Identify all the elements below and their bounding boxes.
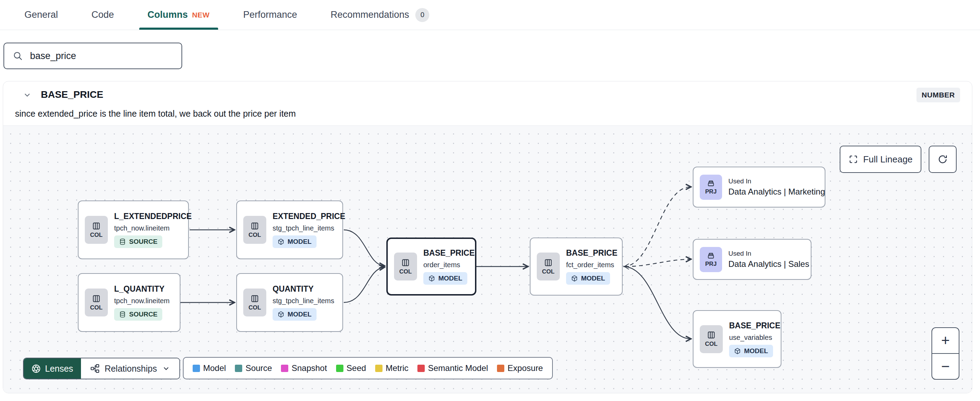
node-subtitle: stg_tpch_line_items [272,297,334,305]
tab-general[interactable]: General [14,0,68,30]
search-input[interactable] [29,50,173,62]
kind-label: COL [248,304,261,311]
cube-icon [277,311,285,318]
kind-label: COL [399,268,412,275]
legend-label: Snapshot [291,363,327,373]
model-badge: MODEL [272,235,317,248]
refresh-icon [937,154,948,165]
column-description: since extended_price is the line item to… [15,109,296,119]
legend-label: Exposure [508,363,543,373]
node-title: QUANTITY [272,284,314,294]
tab-label: General [24,10,58,20]
node-subtitle: fct_order_items [566,261,614,269]
lineage-node-used-in-marketing[interactable]: PRJ Used In Data Analytics | Marketing [693,167,826,208]
badge-label: SOURCE [129,238,158,246]
project-kind-badge: PRJ [700,247,722,272]
cube-icon [571,275,578,282]
lineage-node-base-price-order-items[interactable]: COL BASE_PRICE order_items MODEL [387,238,476,296]
refresh-button[interactable] [929,145,957,173]
tab-performance[interactable]: Performance [233,0,308,30]
source-badge: SOURCE [114,308,162,321]
node-title: L_EXTENDEDPRICE [114,212,192,221]
lineage-node-l-extendedprice[interactable]: COL L_EXTENDEDPRICE tpch_now.lineitem SO… [78,200,189,259]
legend-item-semantic-model: Semantic Model [417,363,488,373]
exposure-swatch [497,365,504,372]
legend-item-model: Model [192,363,226,373]
lenses-label: Lenses [45,364,73,374]
collapse-chevron-icon[interactable] [23,91,32,99]
lineage-node-used-in-sales[interactable]: PRJ Used In Data Analytics | Sales [693,239,811,280]
chevron-down-icon [162,364,170,373]
seed-swatch [336,365,344,372]
database-icon [119,311,126,318]
badge-label: MODEL [288,238,312,246]
node-title: Data Analytics | Marketing [729,187,825,197]
column-kind-badge: COL [700,325,723,353]
legend-item-metric: Metric [375,363,408,373]
legend-item-snapshot: Snapshot [281,363,327,373]
tab-columns[interactable]: Columns NEW [137,0,220,30]
lenses-button[interactable]: Lenses [24,358,81,379]
database-icon [119,238,126,245]
columns-icon [707,331,716,340]
lenses-toolbar: Lenses Relationships [23,358,180,379]
project-icon [707,251,715,260]
column-kind-badge: COL [243,289,266,316]
full-lineage-button[interactable]: Full Lineage [840,145,921,173]
tab-bar: General Code Columns NEW Performance Rec… [0,0,980,30]
relationships-label: Relationships [105,364,157,374]
lineage-node-quantity[interactable]: COL QUANTITY stg_tpch_line_items MODEL [236,273,343,332]
tab-code[interactable]: Code [81,0,125,30]
lineage-node-l-quantity[interactable]: COL L_QUANTITY tpch_now.lineitem SOURCE [78,273,180,332]
tab-label: Code [91,10,114,20]
column-search[interactable] [3,43,182,69]
lineage-edges [3,126,972,393]
column-kind-badge: COL [85,289,108,316]
node-title: BASE_PRICE [566,248,617,258]
project-kind-badge: PRJ [700,175,722,200]
tab-label: Columns [148,10,188,20]
lineage-canvas[interactable]: COL L_EXTENDEDPRICE tpch_now.lineitem SO… [3,125,972,393]
badge-label: SOURCE [129,310,158,318]
model-badge: MODEL [566,272,610,285]
column-header: BASE_PRICE NUMBER since extended_price i… [3,81,972,125]
lineage-node-base-price-fct-order-items[interactable]: COL BASE_PRICE fct_order_items MODEL [530,238,623,296]
node-title: BASE_PRICE [423,248,475,258]
full-lineage-label: Full Lineage [863,154,913,165]
tab-label: Recommendations [331,10,409,20]
lineage-node-base-price-use-variables[interactable]: COL BASE_PRICE use_variables MODEL [693,310,781,368]
tab-recommendations[interactable]: Recommendations 0 [320,0,440,30]
column-kind-badge: COL [394,252,417,281]
new-badge: NEW [192,11,210,19]
columns-icon [92,294,101,303]
node-subtitle: tpch_now.lineitem [114,297,170,305]
lineage-node-extended-price[interactable]: COL EXTENDED_PRICE stg_tpch_line_items M… [236,200,343,259]
kind-label: PRJ [705,260,716,268]
legend-item-seed: Seed [336,363,366,373]
snapshot-swatch [281,365,288,372]
tab-label: Performance [243,10,298,20]
column-details-panel: BASE_PRICE NUMBER since extended_price i… [3,81,972,393]
kind-label: PRJ [705,188,716,195]
cube-icon [734,348,741,355]
badge-label: MODEL [288,310,312,318]
legend-label: Semantic Model [428,363,488,373]
cube-icon [277,238,285,245]
kind-label: COL [90,232,103,238]
source-badge: SOURCE [114,235,162,248]
node-title: Data Analytics | Sales [729,259,809,269]
columns-icon [250,294,259,303]
relationships-icon [90,364,100,374]
zoom-out-button[interactable]: − [932,354,959,379]
zoom-in-button[interactable]: + [932,328,959,354]
model-badge: MODEL [272,308,317,321]
node-subtitle: tpch_now.lineitem [114,224,170,232]
legend-label: Source [245,363,272,373]
relationships-dropdown[interactable]: Relationships [81,358,180,379]
node-subtitle: order_items [423,261,460,269]
node-eyebrow: Used In [729,177,751,185]
semantic-model-swatch [417,365,425,372]
columns-icon [92,222,101,230]
column-kind-badge: COL [537,252,560,281]
kind-label: COL [248,232,261,238]
